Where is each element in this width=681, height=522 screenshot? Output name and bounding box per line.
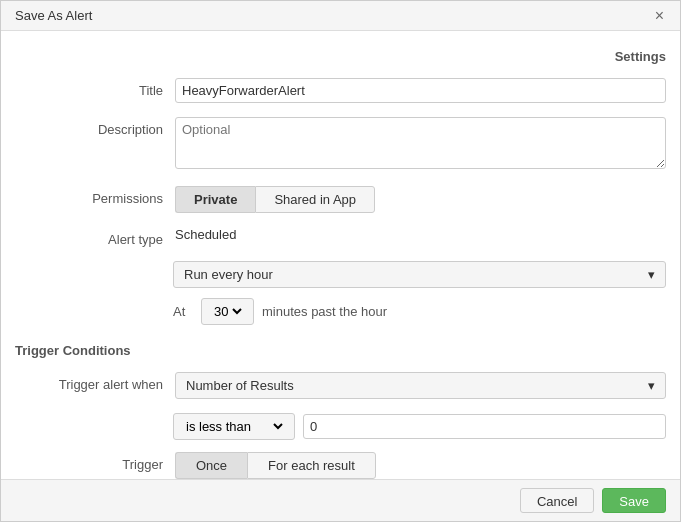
- at-select-container: 30 0 15 45: [201, 298, 254, 325]
- description-input[interactable]: [175, 117, 666, 169]
- alert-type-value: Scheduled: [175, 222, 236, 242]
- trigger-when-value: Number of Results: [186, 378, 294, 393]
- trigger-when-dropdown[interactable]: Number of Results ▾: [175, 372, 666, 399]
- dialog-title: Save As Alert: [15, 8, 92, 23]
- description-label: Description: [15, 117, 175, 137]
- dialog-header: Save As Alert ×: [1, 1, 680, 31]
- trigger-when-caret-icon: ▾: [648, 378, 655, 393]
- permissions-btn-group: Private Shared in App: [175, 186, 666, 213]
- run-schedule-dropdown[interactable]: Run every hour ▾: [173, 261, 666, 288]
- close-button[interactable]: ×: [653, 8, 666, 24]
- condition-select-container: is less than is greater than is equal to…: [173, 413, 295, 440]
- private-button[interactable]: Private: [175, 186, 255, 213]
- schedule-caret-icon: ▾: [648, 267, 655, 282]
- trigger-control: Once For each result: [175, 452, 666, 479]
- alert-type-row: Alert type Scheduled: [1, 223, 680, 251]
- title-input[interactable]: [175, 78, 666, 103]
- trigger-label: Trigger: [15, 452, 175, 472]
- title-control: [175, 78, 666, 103]
- save-button[interactable]: Save: [602, 488, 666, 513]
- at-row: At 30 0 15 45 minutes past the hour: [1, 292, 680, 331]
- permissions-label: Permissions: [15, 186, 175, 206]
- condition-row: is less than is greater than is equal to…: [1, 409, 680, 444]
- description-row: Description: [1, 113, 680, 176]
- shared-button[interactable]: Shared in App: [255, 186, 375, 213]
- trigger-btn-group: Once For each result: [175, 452, 666, 479]
- run-schedule-label: Run every hour: [184, 267, 273, 282]
- at-label: At: [173, 304, 193, 319]
- trigger-when-row: Trigger alert when Number of Results ▾: [1, 368, 680, 403]
- permissions-control: Private Shared in App: [175, 186, 666, 213]
- for-each-result-button[interactable]: For each result: [247, 452, 376, 479]
- alert-type-label: Alert type: [15, 227, 175, 247]
- settings-section-header: Settings: [1, 49, 680, 74]
- dialog-footer: Cancel Save: [1, 479, 680, 521]
- title-row: Title: [1, 74, 680, 107]
- condition-select[interactable]: is less than is greater than is equal to…: [182, 418, 286, 435]
- run-schedule-container: Run every hour ▾: [1, 257, 680, 292]
- cancel-button[interactable]: Cancel: [520, 488, 594, 513]
- alert-type-control: Scheduled: [175, 227, 666, 242]
- trigger-when-label: Trigger alert when: [15, 372, 175, 392]
- at-select[interactable]: 30 0 15 45: [210, 303, 245, 320]
- permissions-row: Permissions Private Shared in App: [1, 182, 680, 217]
- trigger-when-control: Number of Results ▾: [175, 372, 666, 399]
- minutes-label: minutes past the hour: [262, 304, 387, 319]
- once-button[interactable]: Once: [175, 452, 247, 479]
- title-label: Title: [15, 78, 175, 98]
- description-control: [175, 117, 666, 172]
- save-as-alert-dialog: Save As Alert × Settings Title Descripti…: [0, 0, 681, 522]
- trigger-conditions-label: Trigger Conditions: [15, 343, 131, 358]
- condition-value-input[interactable]: [303, 414, 666, 439]
- dialog-body: Settings Title Description Permissions P…: [1, 31, 680, 479]
- trigger-row: Trigger Once For each result: [1, 448, 680, 479]
- trigger-conditions-section: Trigger Conditions: [1, 339, 680, 362]
